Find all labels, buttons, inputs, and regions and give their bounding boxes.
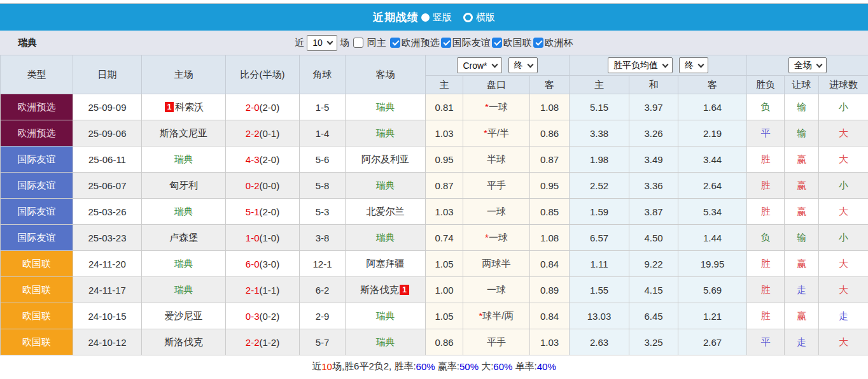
halftime-score: (1-2) <box>260 337 280 348</box>
cell-home-team: 斯洛伐克 <box>142 329 226 355</box>
cell-goals: 走 <box>819 303 868 329</box>
odds-time-select[interactable]: 终 <box>508 57 538 73</box>
table-row: 欧国联24-11-17瑞典2-1(1-1)6-2斯洛伐克11.00一球0.891… <box>1 277 868 303</box>
col-header-avg-draw: 和 <box>629 76 678 94</box>
cell-score: 2-2(0-1) <box>226 120 300 147</box>
chevron-down-icon <box>698 61 704 68</box>
cell-handicap: *球半/两 <box>463 303 530 329</box>
col-header-goals: 进球数 <box>819 76 868 94</box>
cell-avg-away: 2.67 <box>678 329 747 355</box>
avg-time-value: 终 <box>685 60 694 71</box>
cell-avg-draw: 3.97 <box>629 94 678 120</box>
team-name-text: 斯洛伐克 <box>360 284 398 295</box>
cell-goals: 小 <box>819 94 868 120</box>
cell-odds-away: 1.08 <box>530 225 570 251</box>
cell-avg-away: 1.44 <box>678 225 747 251</box>
fulltime-score: 2-0 <box>246 102 260 113</box>
avg-time-select[interactable]: 终 <box>679 57 708 73</box>
scope-group-header: 全场 <box>747 55 868 76</box>
cell-let-goal: 走 <box>785 277 819 303</box>
odds-company-select[interactable]: Crow* <box>457 57 501 73</box>
cell-away-team: 瑞典 <box>346 94 426 120</box>
radio-unselected-icon[interactable] <box>463 13 473 22</box>
cell-avg-away: 5.34 <box>678 199 747 225</box>
summary-segment: 场,胜6平2负2, 胜率: <box>332 361 416 373</box>
cell-handicap: 两球半 <box>463 251 530 277</box>
league-label: 欧国联 <box>503 37 532 49</box>
same-home-checkbox[interactable] <box>353 38 363 48</box>
cell-score: 6-0(3-0) <box>226 251 300 277</box>
filter-controls: 近 10 场 同主 欧洲预选国际友谊欧国联欧洲杯 <box>295 35 573 51</box>
cell-home-team: 瑞典 <box>142 147 226 173</box>
cell-score: 0-2(0-0) <box>226 173 300 199</box>
cell-handicap: *一球 <box>463 94 530 120</box>
cell-avg-away: 2.19 <box>678 120 747 147</box>
table-row: 国际友谊25-03-23卢森堡1-0(1-0)3-8瑞典0.74*一球1.086… <box>1 225 868 251</box>
cell-avg-home: 1.11 <box>570 251 629 277</box>
cell-corner: 6-2 <box>300 277 346 303</box>
cell-avg-draw: 4.15 <box>629 277 678 303</box>
league-checkbox[interactable] <box>390 38 400 48</box>
cell-date: 25-06-07 <box>73 173 142 199</box>
cell-corner: 5-3 <box>300 199 346 225</box>
cell-corner: 5-8 <box>300 173 346 199</box>
cell-type: 欧国联 <box>1 277 73 303</box>
radio-selected-icon[interactable] <box>421 13 430 22</box>
cell-home-team: 瑞典 <box>142 277 226 303</box>
col-header-result: 胜负 <box>747 76 785 94</box>
cell-avg-home: 6.57 <box>570 225 629 251</box>
cell-result: 胜 <box>747 147 785 173</box>
team-name-text: 瑞典 <box>376 310 395 321</box>
cell-avg-away: 19.95 <box>678 251 747 277</box>
cell-result: 胜 <box>747 199 785 225</box>
cell-result: 负 <box>747 94 785 120</box>
cell-goals: 小 <box>819 173 868 199</box>
fulltime-score: 6-0 <box>246 259 260 269</box>
radio-vertical-label[interactable]: 竖版 <box>433 11 452 24</box>
cell-avg-draw: 6.45 <box>629 303 678 329</box>
cell-result: 负 <box>747 225 785 251</box>
table-row: 欧国联24-11-20瑞典6-0(3-0)12-1阿塞拜疆1.05两球半0.84… <box>1 251 868 277</box>
team-name-text: 瑞典 <box>174 258 193 269</box>
radio-horizontal-label[interactable]: 横版 <box>476 11 495 24</box>
cell-goals: 大 <box>819 199 868 225</box>
cell-avg-home: 1.59 <box>570 199 629 225</box>
cell-date: 25-09-09 <box>73 94 142 120</box>
cell-away-team: 瑞典 <box>346 303 426 329</box>
league-checkbox[interactable] <box>441 38 451 48</box>
cell-corner: 2-9 <box>300 303 346 329</box>
cell-odds-away: 0.86 <box>530 120 570 147</box>
match-count-select[interactable]: 10 <box>307 35 337 51</box>
cell-avg-home: 13.03 <box>570 303 629 329</box>
chevron-down-icon <box>527 61 533 68</box>
cell-odds-away: 0.87 <box>530 147 570 173</box>
cell-type: 欧洲预选 <box>1 120 73 147</box>
halftime-score: (0-2) <box>260 311 280 322</box>
avg-type-select[interactable]: 胜平负均值 <box>608 57 673 73</box>
scope-select[interactable]: 全场 <box>788 57 827 73</box>
team-name-text: 科索沃 <box>175 101 204 112</box>
cell-score: 1-0(1-0) <box>226 225 300 251</box>
page-title: 近期战绩 <box>373 10 419 25</box>
col-header-handicap: 盘口 <box>463 76 530 94</box>
layout-radio-horizontal[interactable]: 横版 <box>462 11 495 24</box>
cell-handicap: 一球 <box>463 277 530 303</box>
team-name-text: 瑞典 <box>376 101 395 112</box>
col-header-home: 主场 <box>142 55 226 94</box>
cell-result: 胜 <box>747 251 785 277</box>
cell-date: 24-11-17 <box>73 277 142 303</box>
cell-type: 欧国联 <box>1 329 73 355</box>
table-header-row: 类型 日期 主场 比分(半场) 角球 客场 Crow* 终 胜 <box>1 55 868 76</box>
team-name-text: 爱沙尼亚 <box>165 310 203 321</box>
league-checkbox[interactable] <box>533 38 543 48</box>
layout-radio-vertical[interactable]: 竖版 <box>420 11 461 24</box>
cell-away-team: 瑞典 <box>346 120 426 147</box>
league-checkbox[interactable] <box>492 38 502 48</box>
cell-corner: 5-7 <box>300 329 346 355</box>
title-bar: 近期战绩 竖版 横版 <box>0 4 868 31</box>
handicap-text: 平/半 <box>487 127 509 138</box>
cell-type: 欧洲预选 <box>1 94 73 120</box>
team-name-text: 瑞典 <box>174 284 193 295</box>
cell-avg-home: 2.52 <box>570 173 629 199</box>
summary-segment: 单率: <box>512 361 536 373</box>
